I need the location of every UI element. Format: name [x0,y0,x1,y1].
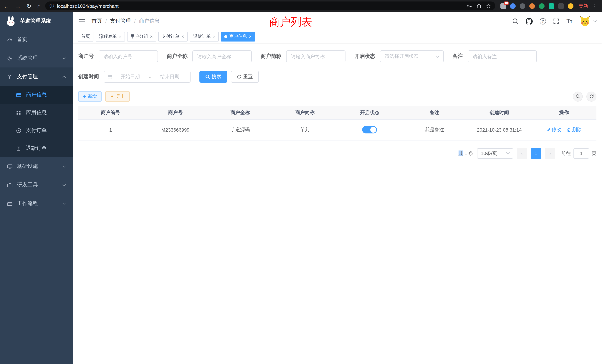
search-button[interactable]: 搜索 [199,71,227,83]
next-page-button[interactable]: › [545,148,555,159]
address-bar[interactable]: ⓘ localhost:1024/pay/merchant ☆ [45,1,495,10]
chevron-up-icon [63,76,66,79]
share-icon[interactable] [476,3,482,9]
extension-pin-icon[interactable] [558,3,564,9]
status-select[interactable]: 请选择开启状态 [380,50,444,62]
user-avatar-menu[interactable] [579,16,596,27]
prev-page-button[interactable]: ‹ [517,148,527,159]
close-icon[interactable]: × [150,34,153,39]
url-text: localhost:1024/pay/merchant [57,3,463,9]
refresh-table-button[interactable] [586,91,596,101]
sidebar-item-merchant-info[interactable]: 商户信息 [0,86,73,104]
sidebar-item-home[interactable]: 首页 [0,30,73,49]
sidebar-item-system[interactable]: 系统管理 [0,49,73,67]
password-key-icon[interactable] [466,3,472,9]
merchant-no-input[interactable] [99,50,158,62]
remark-input[interactable] [468,50,537,62]
credit-card-icon [16,92,22,98]
sidebar-item-infrastructure[interactable]: 基础设施 [0,157,73,176]
close-icon[interactable]: × [181,34,184,39]
col-remark: 备注 [402,106,467,119]
tab-process-form[interactable]: 流程表单× [96,32,125,41]
dashboard-icon [7,37,13,43]
extension-orange-icon[interactable] [529,3,535,9]
filter-label: 创建时间 [78,73,99,80]
tab-home[interactable]: 首页 [78,32,93,41]
font-size-icon[interactable]: TT [566,18,572,24]
close-icon[interactable]: × [213,34,215,39]
delete-button[interactable]: 删除 [567,126,582,133]
breadcrumb-home[interactable]: 首页 [92,18,102,24]
extension-blue-icon[interactable] [510,3,516,9]
cell-remark: 我是备注 [402,119,467,140]
goto-page-input[interactable] [573,148,589,159]
home-icon[interactable]: ⌂ [37,3,41,9]
sidebar-item-dev-tools[interactable]: 研发工具 [0,176,73,194]
browser-menu-icon[interactable]: ⋮ [592,3,598,9]
sidebar-item-label: 退款订单 [26,145,47,152]
reload-icon[interactable]: ↻ [27,3,31,9]
extension-dark-icon[interactable] [520,3,525,9]
page-size-select[interactable]: 10条/页 [477,148,513,159]
breadcrumb-payment[interactable]: 支付管理 [110,18,131,24]
forward-icon[interactable]: → [15,3,21,9]
calendar-icon [108,74,112,79]
fullscreen-icon[interactable] [553,18,559,24]
table-header-row: 商户编号 商户号 商户全称 商户简称 开启状态 备注 创建时间 操作 [78,106,596,119]
extensions-area: 10 [500,3,573,9]
close-icon[interactable]: × [249,34,252,39]
reset-button[interactable]: 重置 [231,71,259,83]
chevron-down-icon [63,56,66,59]
sidebar-item-app-info[interactable]: 应用信息 [0,104,73,122]
monitor-icon [7,164,13,169]
toggle-search-button[interactable] [573,91,583,101]
sidebar-item-payment[interactable]: ¥ 支付管理 [0,67,73,86]
target-icon [16,128,22,133]
tab-refund-orders[interactable]: 退款订单× [190,32,219,41]
help-icon[interactable]: ? [540,18,546,24]
toolbox-icon [7,182,13,188]
add-button[interactable]: + 新增 [78,91,102,102]
breadcrumb-merchant: 商户信息 [139,18,160,24]
status-toggle[interactable] [362,126,377,133]
bookmark-star-icon[interactable]: ☆ [486,3,491,9]
active-dot [225,35,227,38]
browser-chrome: ← → ↻ ⌂ ⓘ localhost:1024/pay/merchant ☆ … [0,0,602,12]
chevron-down-icon [593,19,597,22]
site-info-icon[interactable]: ⓘ [50,3,54,9]
chevron-down-icon [506,151,510,154]
col-full-name: 商户全称 [208,106,273,119]
tab-user-group[interactable]: 用户分组× [127,32,156,41]
export-button[interactable]: 导出 [105,91,130,102]
browser-update-button[interactable]: 更新 [579,3,588,9]
create-time-range-picker[interactable]: 开始日期 - 结束日期 [104,71,191,83]
short-name-input[interactable] [286,50,345,62]
extension-green-circle-icon[interactable] [539,3,545,9]
close-icon[interactable]: × [119,34,121,39]
sidebar-item-refund-orders[interactable]: 退款订单 [0,139,73,157]
sidebar-item-label: 工作流程 [17,200,38,207]
col-merchant-no: 商户号 [143,106,208,119]
cell-actions: 修改 删除 [532,119,597,140]
app-logo[interactable]: 芋道管理系统 [0,12,73,30]
trash-icon [567,128,571,132]
sidebar-item-workflow[interactable]: 工作流程 [0,194,73,213]
page-1-button[interactable]: 1 [531,148,541,159]
back-icon[interactable]: ← [4,3,9,9]
edit-button[interactable]: 修改 [546,126,561,133]
github-icon[interactable] [526,18,533,25]
extension-emoji-icon[interactable] [568,3,573,9]
tab-merchant-info[interactable]: 商户信息× [221,32,255,41]
cell-short-name: 芋艿 [273,119,337,140]
sidebar-item-payment-orders[interactable]: 支付订单 [0,122,73,139]
filter-create-time: 创建时间 开始日期 - 结束日期 [78,71,191,83]
col-status: 开启状态 [337,106,402,119]
sidebar-toggle-icon[interactable] [79,19,85,23]
tab-payment-orders[interactable]: 支付订单× [158,32,187,41]
app-title: 芋道管理系统 [20,18,51,24]
full-name-input[interactable] [192,50,252,62]
search-icon[interactable] [512,18,519,24]
grid-icon [16,110,22,115]
extension-puzzle-icon[interactable]: 10 [500,3,506,9]
extension-green-square-icon[interactable] [549,3,554,9]
